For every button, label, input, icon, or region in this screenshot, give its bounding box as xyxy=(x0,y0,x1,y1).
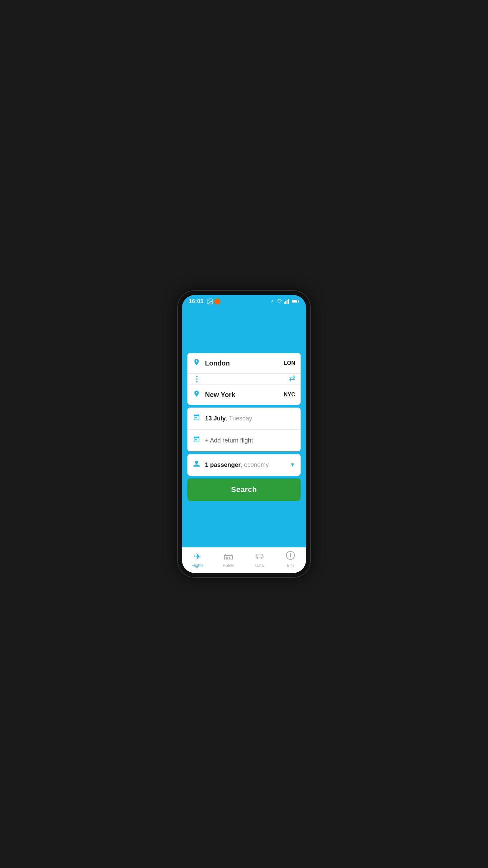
battery-icon xyxy=(292,299,299,303)
passenger-dropdown-arrow: ▼ xyxy=(290,462,295,468)
phone-screen: 16:05 xyxy=(182,295,306,573)
departure-date-row[interactable]: 13 July, Tuesday xyxy=(187,408,301,430)
bottom-nav: ✈ Flights Hotels Cars i Info xyxy=(182,547,306,573)
nav-flights[interactable]: ✈ Flights xyxy=(187,551,208,568)
svg-rect-4 xyxy=(287,300,288,304)
nav-info[interactable]: i Info xyxy=(280,551,301,568)
main-content: London LON xyxy=(182,307,306,547)
svg-rect-3 xyxy=(285,301,286,304)
search-button[interactable]: Search xyxy=(187,478,301,501)
origin-city: London xyxy=(205,359,284,367)
svg-point-13 xyxy=(257,557,258,559)
svg-rect-12 xyxy=(229,557,230,559)
destination-city: New York xyxy=(205,391,284,399)
flights-label: Flights xyxy=(191,563,203,568)
passenger-row[interactable]: 1 passenger, economy ▼ xyxy=(187,454,301,476)
route-dots xyxy=(196,376,198,382)
svg-rect-10 xyxy=(226,554,231,555)
status-bar: 16:05 xyxy=(182,295,306,307)
departure-calendar-icon xyxy=(193,414,200,423)
passenger-icon xyxy=(193,460,200,470)
status-left: 16:05 xyxy=(189,298,220,304)
destination-row[interactable]: New York NYC xyxy=(187,384,301,405)
destination-pin-icon xyxy=(193,390,200,399)
destination-code: NYC xyxy=(284,392,295,398)
return-flight-row[interactable]: + Add return flight xyxy=(187,430,301,451)
svg-rect-9 xyxy=(224,555,232,559)
svg-point-14 xyxy=(261,557,263,559)
departure-date: 13 July, Tuesday xyxy=(205,415,252,422)
nav-hotels[interactable]: Hotels xyxy=(218,551,239,568)
svg-rect-11 xyxy=(226,557,228,559)
nav-cars[interactable]: Cars xyxy=(249,551,270,568)
passenger-card[interactable]: 1 passenger, economy ▼ xyxy=(187,454,301,476)
svg-text:i: i xyxy=(290,553,291,558)
return-calendar-icon xyxy=(193,436,200,445)
hotels-icon xyxy=(224,551,233,562)
svg-rect-2 xyxy=(284,302,285,304)
cars-icon xyxy=(255,551,264,562)
gallery-icon xyxy=(207,298,213,304)
date-day: , Tuesday xyxy=(226,415,252,422)
svg-point-1 xyxy=(209,300,209,301)
info-label: Info xyxy=(287,564,294,568)
status-time: 16:05 xyxy=(189,298,203,304)
date-value: 13 July xyxy=(205,415,226,422)
origin-pin-icon xyxy=(193,358,200,368)
info-icon: i xyxy=(286,551,295,562)
phone-shell: 16:05 xyxy=(178,291,310,577)
date-card: 13 July, Tuesday + Add return flight xyxy=(187,408,301,451)
flights-icon: ✈ xyxy=(194,551,201,562)
cars-label: Cars xyxy=(255,563,264,568)
hotels-label: Hotels xyxy=(223,563,234,568)
wifi-icon xyxy=(276,299,282,304)
origin-row[interactable]: London LON xyxy=(187,353,301,374)
add-return-label: + Add return flight xyxy=(205,437,253,444)
svg-rect-5 xyxy=(288,299,289,304)
notification-badge xyxy=(214,298,220,304)
passenger-count: 1 passenger, economy xyxy=(205,461,290,469)
svg-rect-7 xyxy=(298,301,299,302)
passenger-class: , economy xyxy=(241,461,269,468)
signal-icon xyxy=(284,299,290,304)
passenger-count-value: 1 passenger xyxy=(205,461,241,468)
route-card: London LON xyxy=(187,353,301,405)
swap-button[interactable] xyxy=(288,375,296,383)
origin-code: LON xyxy=(284,360,295,366)
status-right xyxy=(270,298,299,304)
bluetooth-icon xyxy=(270,298,274,304)
svg-rect-8 xyxy=(292,300,297,303)
